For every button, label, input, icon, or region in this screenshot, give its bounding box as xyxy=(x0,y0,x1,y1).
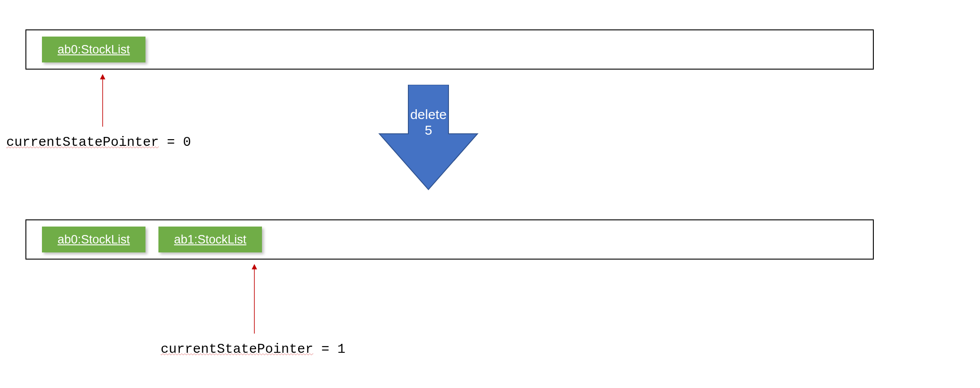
pointer-label-top: currentStatePointer = 0 xyxy=(6,135,191,150)
stock-item-ab1-bottom: ab1:StockList xyxy=(158,227,262,252)
state-list-top: ab0:StockList xyxy=(25,29,874,70)
pointer-arrow-top xyxy=(98,74,107,128)
pointer-label-bottom: currentStatePointer = 1 xyxy=(161,342,345,357)
transition-label-line1: delete xyxy=(410,107,447,122)
pointer-value: = 0 xyxy=(159,135,191,150)
pointer-var-name: currentStatePointer xyxy=(161,342,313,357)
pointer-value: = 1 xyxy=(313,342,345,357)
pointer-arrow-bottom xyxy=(250,264,259,335)
stock-item-label: ab0:StockList xyxy=(58,43,130,57)
stock-item-label: ab0:StockList xyxy=(58,233,130,247)
state-list-bottom: ab0:StockList ab1:StockList xyxy=(25,219,874,260)
transition-arrow-icon xyxy=(377,85,480,192)
transition-label-line2: 5 xyxy=(425,123,432,137)
svg-marker-3 xyxy=(252,264,257,269)
svg-marker-1 xyxy=(100,74,105,79)
stock-item-label: ab1:StockList xyxy=(174,233,246,247)
transition-arrow-label: delete 5 xyxy=(404,107,453,138)
stock-item-ab0-top: ab0:StockList xyxy=(42,37,145,62)
pointer-var-name: currentStatePointer xyxy=(6,135,159,150)
stock-item-ab0-bottom: ab0:StockList xyxy=(42,227,145,252)
